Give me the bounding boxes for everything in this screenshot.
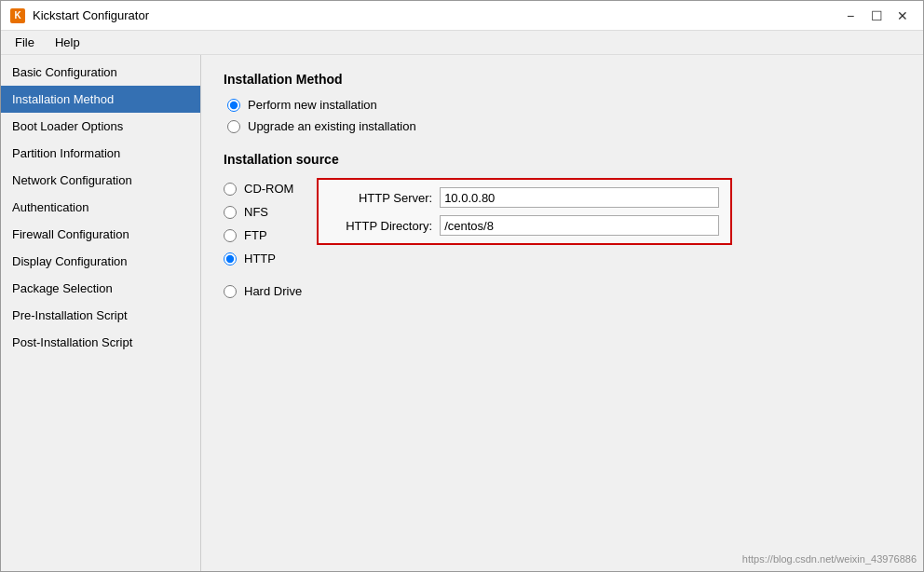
sidebar-item-package-selection[interactable]: Package Selection <box>1 275 200 302</box>
radio-http-label: HTTP <box>244 252 276 266</box>
source-options-container: CD-ROM NFS FTP HTTP <box>224 178 901 298</box>
menu-file[interactable]: File <box>7 32 43 53</box>
http-directory-row: HTTP Directory: <box>330 215 719 236</box>
sidebar: Basic Configuration Installation Method … <box>1 55 201 571</box>
radio-http[interactable]: HTTP <box>224 252 302 266</box>
title-bar: K Kickstart Configurator − ☐ ✕ <box>1 1 923 31</box>
watermark: https://blog.csdn.net/weixin_43976886 <box>742 553 917 565</box>
sidebar-item-post-installation-script[interactable]: Post-Installation Script <box>1 329 200 356</box>
radio-nfs-input[interactable] <box>224 206 237 219</box>
title-bar-left: K Kickstart Configurator <box>10 8 149 23</box>
sidebar-item-partition-information[interactable]: Partition Information <box>1 140 200 167</box>
menu-help[interactable]: Help <box>47 32 88 53</box>
radio-ftp[interactable]: FTP <box>224 228 302 242</box>
sidebar-item-authentication[interactable]: Authentication <box>1 194 200 221</box>
section-title-installation-source: Installation source <box>224 152 901 167</box>
maximize-button[interactable]: ☐ <box>865 6 888 26</box>
radio-perform-new[interactable]: Perform new installation <box>227 98 901 112</box>
sidebar-item-installation-method[interactable]: Installation Method <box>1 86 200 113</box>
sidebar-item-display-configuration[interactable]: Display Configuration <box>1 248 200 275</box>
radio-upgrade-existing[interactable]: Upgrade an existing installation <box>227 119 901 133</box>
radio-upgrade-existing-input[interactable] <box>227 120 240 133</box>
sidebar-item-boot-loader-options[interactable]: Boot Loader Options <box>1 113 200 140</box>
minimize-button[interactable]: − <box>839 6 862 26</box>
sidebar-item-pre-installation-script[interactable]: Pre-Installation Script <box>1 302 200 329</box>
sidebar-item-network-configuration[interactable]: Network Configuration <box>1 167 200 194</box>
main-window: K Kickstart Configurator − ☐ ✕ File Help… <box>0 0 924 572</box>
window-controls: − ☐ ✕ <box>839 6 914 26</box>
http-directory-label: HTTP Directory: <box>330 219 432 233</box>
http-server-input[interactable] <box>440 187 719 208</box>
window-title: Kickstart Configurator <box>33 8 149 22</box>
http-fields-box: HTTP Server: HTTP Directory: <box>317 178 732 245</box>
radio-hard-drive[interactable]: Hard Drive <box>224 284 302 298</box>
radio-ftp-label: FTP <box>244 228 267 242</box>
radio-cdrom[interactable]: CD-ROM <box>224 182 302 196</box>
radio-nfs-label: NFS <box>244 205 268 219</box>
radio-hard-drive-label: Hard Drive <box>244 284 302 298</box>
content-area: Basic Configuration Installation Method … <box>1 55 923 571</box>
http-server-label: HTTP Server: <box>330 191 432 205</box>
main-panel: Installation Method Perform new installa… <box>201 55 923 571</box>
http-server-row: HTTP Server: <box>330 187 719 208</box>
radio-http-input[interactable] <box>224 252 237 266</box>
radio-ftp-input[interactable] <box>224 229 237 242</box>
radio-perform-new-input[interactable] <box>227 99 240 112</box>
radio-cdrom-label: CD-ROM <box>244 182 293 196</box>
menu-bar: File Help <box>1 31 923 55</box>
sidebar-item-basic-configuration[interactable]: Basic Configuration <box>1 59 200 86</box>
installation-source-section: Installation source CD-ROM NFS <box>224 152 901 298</box>
sidebar-item-firewall-configuration[interactable]: Firewall Configuration <box>1 221 200 248</box>
source-radio-list: CD-ROM NFS FTP HTTP <box>224 182 302 298</box>
installation-type-group: Perform new installation Upgrade an exis… <box>227 98 901 133</box>
radio-hard-drive-input[interactable] <box>224 285 237 298</box>
close-button[interactable]: ✕ <box>891 6 914 26</box>
section-title-installation-method: Installation Method <box>224 72 901 87</box>
radio-cdrom-input[interactable] <box>224 183 237 196</box>
radio-upgrade-existing-label: Upgrade an existing installation <box>248 119 416 133</box>
http-directory-input[interactable] <box>440 215 719 236</box>
radio-perform-new-label: Perform new installation <box>248 98 377 112</box>
app-icon: K <box>10 8 25 23</box>
radio-nfs[interactable]: NFS <box>224 205 302 219</box>
